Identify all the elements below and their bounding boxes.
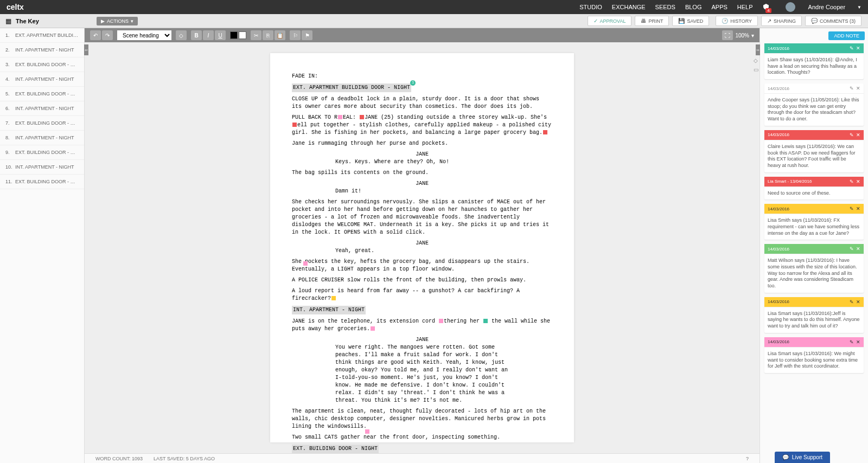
scene-heading-3[interactable]: EXT. BUILDING DOOR - NIGHT <box>292 445 379 453</box>
zoom-level[interactable]: 100% <box>735 33 749 38</box>
note-card[interactable]: Lia Smart - 13/04/2016✎✕Need to source o… <box>764 177 864 200</box>
add-note-button[interactable]: ADD NOTE <box>828 31 865 40</box>
user-name[interactable]: Andre Cooper <box>808 4 846 10</box>
marker-icon[interactable] <box>360 115 364 119</box>
gutter-icon-b[interactable]: ▭ <box>754 67 758 73</box>
tool-b-button[interactable]: ⚑ <box>302 30 312 40</box>
play-icon: ▶ <box>101 18 105 24</box>
delete-icon[interactable]: ✕ <box>856 246 860 252</box>
note-card[interactable]: 14/03/2016✎✕Andre Cooper says (11/05/201… <box>764 83 864 126</box>
sidebar-scene-item[interactable]: 11.EXT. BUILDING DOOR - NIGHT <box>0 175 84 189</box>
delete-icon[interactable]: ✕ <box>856 132 860 138</box>
marker-icon[interactable] <box>331 296 336 300</box>
note-card[interactable]: 14/03/2016✎✕Lisa Smith says (11/03/2016)… <box>764 204 864 240</box>
sidebar-scene-item[interactable]: 3.EXT. BUILDING DOOR - NIGHT <box>0 57 84 72</box>
saved-button[interactable]: 💾 SAVED <box>672 16 709 26</box>
comments-button[interactable]: 💬 COMMENTS (3) <box>805 16 861 26</box>
edit-icon[interactable]: ✎ <box>850 86 854 91</box>
marker-icon[interactable] <box>365 429 369 434</box>
paste-button[interactable]: 📋 <box>275 30 285 40</box>
script-page[interactable]: FADE IN: EXT. APARTMENT BUILDING DOOR - … <box>270 53 574 442</box>
delete-icon[interactable]: ✕ <box>856 46 860 51</box>
live-support-button[interactable]: 💬 Live Support <box>775 452 830 463</box>
sidebar-scene-item[interactable]: 2.INT. APARTMENT - NIGHT <box>0 43 84 57</box>
check-icon: ✓ <box>593 18 598 24</box>
collapse-notes-icon[interactable]: ›› <box>756 44 760 55</box>
marker-icon[interactable] <box>483 319 488 323</box>
delete-icon[interactable]: ✕ <box>856 339 860 345</box>
redo-button[interactable]: ↷ <box>102 30 113 40</box>
text-color-swatch[interactable] <box>230 31 238 39</box>
sidebar-scene-item[interactable]: 9.EXT. BUILDING DOOR - NIGHT <box>0 145 84 160</box>
chevron-down-icon[interactable]: ▾ <box>751 33 754 38</box>
nav-studio[interactable]: STUDIO <box>579 4 602 10</box>
delete-icon[interactable]: ✕ <box>856 86 860 91</box>
marker-icon[interactable] <box>338 115 342 119</box>
history-button[interactable]: 🕑 HISTORY <box>716 16 758 26</box>
nav-exchange[interactable]: EXCHANGE <box>612 4 646 10</box>
marker-icon[interactable] <box>543 130 547 134</box>
sidebar-scene-item[interactable]: 4.INT. APARTMENT - NIGHT <box>0 72 84 87</box>
avatar[interactable] <box>786 2 795 12</box>
element-type-select[interactable]: Scene heading <box>117 30 171 40</box>
notification-icon[interactable]: 4 <box>763 3 769 11</box>
scene-heading-1[interactable]: EXT. APARTMENT BUILDING DOOR - NIGHT1 <box>292 83 411 92</box>
marker-icon[interactable] <box>292 123 297 127</box>
bold-button[interactable]: B <box>191 30 202 40</box>
notes-panel: ›› ADD NOTE 14/03/2016✎✕Liam Shaw says (… <box>760 28 868 463</box>
copy-button[interactable]: ⎘ <box>263 30 273 40</box>
scene-number: 11. <box>5 179 15 184</box>
edit-icon[interactable]: ✎ <box>850 46 854 51</box>
edit-icon[interactable]: ✎ <box>850 179 854 184</box>
undo-button[interactable]: ↶ <box>90 30 101 40</box>
scene-number: 6. <box>5 106 15 111</box>
chevron-down-icon[interactable]: ▼ <box>857 5 861 10</box>
action-6: She pockets the key, hefts the grocery b… <box>292 258 552 273</box>
edit-icon[interactable]: ✎ <box>850 246 854 252</box>
gutter-icon-a[interactable]: ◇ <box>754 57 758 63</box>
nav-blog[interactable]: BLOG <box>685 4 702 10</box>
logo[interactable]: celtx <box>7 3 24 11</box>
nav-seeds[interactable]: SEEDS <box>655 4 675 10</box>
delete-icon[interactable]: ✕ <box>856 179 860 184</box>
note-card[interactable]: 14/03/2016✎✕Lisa Smart says (11/03/2016)… <box>764 297 864 333</box>
highlight-color-swatch[interactable] <box>239 31 246 39</box>
delete-icon[interactable]: ✕ <box>856 206 860 211</box>
nav-help[interactable]: HELP <box>737 4 753 10</box>
marker-icon[interactable] <box>371 326 375 331</box>
sidebar-scene-item[interactable]: 1.EXT. APARTMENT BUILDING DOOR - ... <box>0 28 84 43</box>
approval-button[interactable]: ✓ APPROVAL <box>588 16 632 26</box>
marker-icon[interactable] <box>439 319 443 323</box>
fullscreen-button[interactable]: ⛶ <box>722 30 733 40</box>
tool-a-button[interactable]: ⚐ <box>290 30 301 40</box>
note-card[interactable]: 14/03/2016✎✕Liam Shaw says (11/03/2016):… <box>764 43 864 79</box>
sidebar-scene-item[interactable]: 6.INT. APARTMENT - NIGHT <box>0 101 84 116</box>
edit-icon[interactable]: ✎ <box>850 299 854 305</box>
note-card[interactable]: 14/03/2016✎✕Lisa Smart says (11/03/2016)… <box>764 337 864 373</box>
note-card[interactable]: 14/03/2016✎✕Matt Wilson says (11/03/2016… <box>764 244 864 292</box>
format-button[interactable]: ◇ <box>176 30 187 40</box>
page-scroll-area[interactable]: ◇ ▭ FADE IN: EXT. APARTMENT BUILDING DOO… <box>85 42 760 453</box>
sidebar-scene-item[interactable]: 10.INT. APARTMENT - NIGHT <box>0 160 84 175</box>
underline-button[interactable]: U <box>215 30 226 40</box>
sidebar-scene-item[interactable]: 7.EXT. BUILDING DOOR - NIGHT <box>0 116 84 131</box>
scene-heading-2[interactable]: INT. APARTMENT - NIGHT <box>292 306 366 314</box>
dialogue: You were right. The mangoes were rotten.… <box>335 344 509 404</box>
note-bubble-icon[interactable]: 1 <box>410 80 416 86</box>
note-card[interactable]: 14/03/2016✎✕Claire Lewis says (11/05/201… <box>764 130 864 172</box>
actions-button[interactable]: ▶ ACTIONS ▾ <box>97 17 138 25</box>
italic-button[interactable]: I <box>203 30 214 40</box>
cut-button[interactable]: ✂ <box>251 30 261 40</box>
marker-icon[interactable] <box>303 261 308 266</box>
edit-icon[interactable]: ✎ <box>850 206 854 211</box>
scene-title: EXT. BUILDING DOOR - NIGHT <box>15 179 79 184</box>
sidebar-scene-item[interactable]: 8.INT. APARTMENT - NIGHT <box>0 131 84 145</box>
nav-apps[interactable]: APPS <box>711 4 727 10</box>
print-button[interactable]: 🖶 PRINT <box>635 16 669 26</box>
edit-icon[interactable]: ✎ <box>850 132 854 138</box>
delete-icon[interactable]: ✕ <box>856 299 860 305</box>
sidebar-scene-item[interactable]: 5.EXT. BUILDING DOOR - NIGHT <box>0 87 84 101</box>
note-body: Lisa Smart says (11/03/2016):Jeff is say… <box>764 307 864 333</box>
sharing-button[interactable]: ↗ SHARING <box>761 16 802 26</box>
edit-icon[interactable]: ✎ <box>850 339 854 345</box>
